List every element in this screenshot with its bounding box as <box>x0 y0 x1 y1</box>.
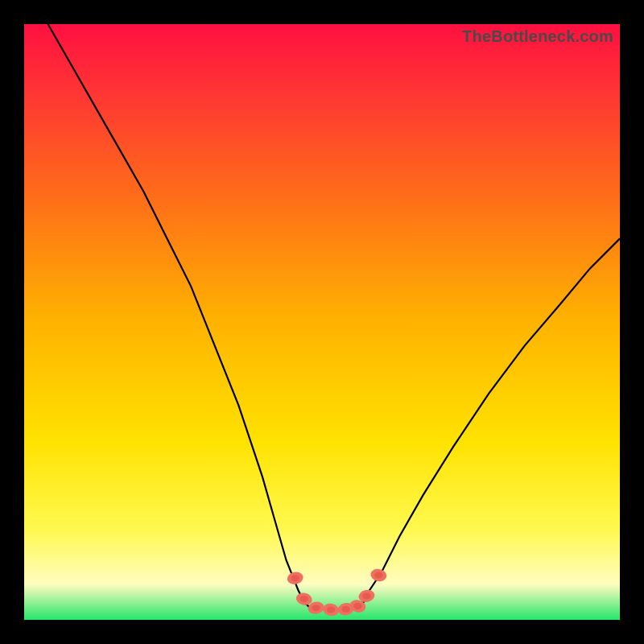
data-marker <box>369 568 388 583</box>
svg-point-5 <box>312 605 320 611</box>
chart-svg <box>24 24 620 620</box>
svg-point-1 <box>291 575 299 581</box>
svg-point-7 <box>327 606 335 613</box>
svg-point-11 <box>353 603 361 609</box>
svg-point-13 <box>362 592 370 599</box>
svg-point-15 <box>374 572 382 579</box>
plot-area: TheBottleneck.com <box>24 24 620 620</box>
data-marker <box>322 602 341 617</box>
curve-group <box>48 24 620 609</box>
marker-group <box>286 568 387 617</box>
data-marker <box>286 571 304 586</box>
svg-point-3 <box>300 596 308 602</box>
bottleneck-curve <box>48 24 620 609</box>
svg-point-9 <box>341 606 349 613</box>
chart-frame: TheBottleneck.com <box>0 0 644 644</box>
